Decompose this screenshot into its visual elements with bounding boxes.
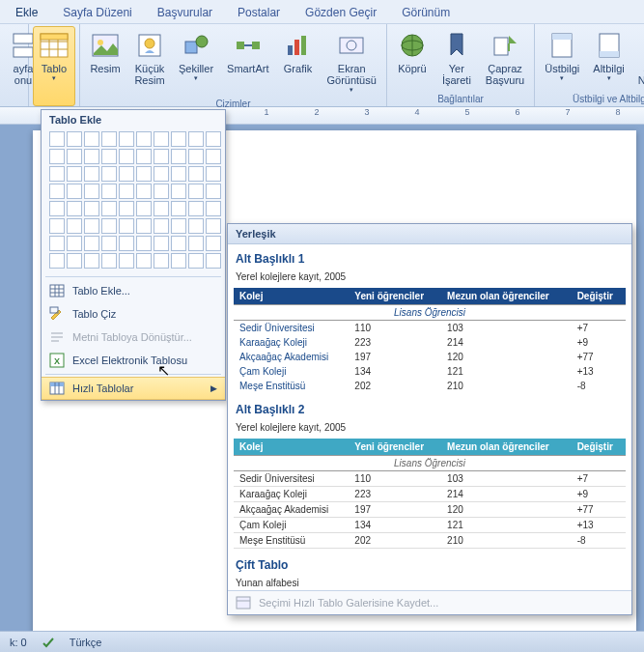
tablo-ciz-item[interactable]: Tablo Çiz: [42, 302, 225, 326]
grid-cell[interactable]: [119, 253, 134, 269]
hizli-tablolar-item[interactable]: Hızlı Tablolar ▶: [42, 377, 225, 400]
ustbilgi-button[interactable]: Üstbilgi▾: [539, 26, 585, 93]
grid-cell[interactable]: [136, 253, 152, 269]
grid-cell[interactable]: [171, 201, 186, 216]
grid-cell[interactable]: [136, 218, 152, 234]
grafik-button[interactable]: Grafik: [276, 26, 319, 98]
grid-cell[interactable]: [119, 201, 134, 216]
grid-cell[interactable]: [206, 149, 221, 164]
tab-basvurular[interactable]: Başvurular: [154, 4, 216, 21]
grid-cell[interactable]: [119, 184, 134, 199]
ekran-goruntusu-button[interactable]: Ekran Görüntüsü▾: [321, 26, 381, 98]
grid-cell[interactable]: [67, 166, 82, 182]
grid-cell[interactable]: [84, 184, 99, 199]
grid-cell[interactable]: [154, 149, 169, 164]
tab-gozden-gecir[interactable]: Gözden Geçir: [301, 4, 380, 21]
kopru-button[interactable]: Köprü: [391, 26, 434, 93]
grid-cell[interactable]: [206, 184, 221, 199]
grid-cell[interactable]: [84, 236, 99, 251]
kucuk-resim-button[interactable]: Küçük Resim: [128, 26, 171, 98]
sayfa-numarasi-button[interactable]: #Sayfa Numara: [632, 26, 644, 93]
grid-cell[interactable]: [171, 218, 186, 234]
preview-table-2[interactable]: KolejYeni öğrencilerMezun olan öğrencile…: [234, 439, 626, 549]
grid-cell[interactable]: [154, 131, 169, 147]
gallery-scroll[interactable]: Alt Başlıklı 1 Yerel kolejlere kayıt, 20…: [228, 244, 631, 590]
grid-cell[interactable]: [136, 149, 152, 164]
tab-gorunum[interactable]: Görünüm: [398, 4, 454, 21]
grid-cell[interactable]: [171, 184, 186, 199]
gallery-item-title[interactable]: Alt Başlıklı 1: [234, 248, 626, 269]
grid-cell[interactable]: [136, 184, 152, 199]
grid-cell[interactable]: [188, 184, 204, 199]
grid-cell[interactable]: [67, 236, 82, 251]
grid-cell[interactable]: [188, 131, 204, 147]
grid-cell[interactable]: [119, 218, 134, 234]
sekiller-button[interactable]: Şekiller▾: [173, 26, 219, 98]
grid-cell[interactable]: [84, 166, 99, 182]
tab-ekle[interactable]: Ekle: [12, 4, 42, 21]
grid-cell[interactable]: [101, 201, 117, 216]
grid-cell[interactable]: [154, 201, 169, 216]
grid-cell[interactable]: [49, 149, 65, 164]
tab-postalar[interactable]: Postalar: [234, 4, 284, 21]
grid-cell[interactable]: [67, 218, 82, 234]
grid-cell[interactable]: [171, 236, 186, 251]
grid-cell[interactable]: [49, 218, 65, 234]
grid-cell[interactable]: [49, 131, 65, 147]
grid-cell[interactable]: [101, 253, 117, 269]
grid-cell[interactable]: [171, 149, 186, 164]
grid-cell[interactable]: [171, 253, 186, 269]
grid-cell[interactable]: [136, 236, 152, 251]
grid-cell[interactable]: [188, 201, 204, 216]
smartart-button[interactable]: SmartArt: [221, 26, 274, 98]
grid-cell[interactable]: [154, 253, 169, 269]
insert-table-grid[interactable]: [42, 129, 225, 274]
grid-cell[interactable]: [188, 218, 204, 234]
grid-cell[interactable]: [206, 218, 221, 234]
gallery-item-title[interactable]: Çift Tablo: [234, 554, 626, 576]
grid-cell[interactable]: [188, 253, 204, 269]
grid-cell[interactable]: [136, 166, 152, 182]
grid-cell[interactable]: [84, 131, 99, 147]
grid-cell[interactable]: [171, 131, 186, 147]
grid-cell[interactable]: [206, 166, 221, 182]
grid-cell[interactable]: [49, 184, 65, 199]
grid-cell[interactable]: [206, 253, 221, 269]
grid-cell[interactable]: [101, 236, 117, 251]
grid-cell[interactable]: [84, 253, 99, 269]
grid-cell[interactable]: [84, 149, 99, 164]
altbilgi-button[interactable]: Altbilgi▾: [587, 26, 630, 93]
capraz-basvuru-button[interactable]: Çapraz Başvuru: [480, 26, 530, 93]
grid-cell[interactable]: [49, 201, 65, 216]
grid-cell[interactable]: [67, 253, 82, 269]
grid-cell[interactable]: [206, 201, 221, 216]
grid-cell[interactable]: [154, 236, 169, 251]
grid-cell[interactable]: [84, 201, 99, 216]
grid-cell[interactable]: [67, 131, 82, 147]
grid-cell[interactable]: [49, 253, 65, 269]
status-language[interactable]: Türkçe: [70, 637, 102, 648]
grid-cell[interactable]: [101, 131, 117, 147]
spellcheck-icon[interactable]: [41, 635, 56, 650]
grid-cell[interactable]: [188, 149, 204, 164]
grid-cell[interactable]: [119, 236, 134, 251]
grid-cell[interactable]: [188, 236, 204, 251]
grid-cell[interactable]: [119, 149, 134, 164]
excel-tablo-item[interactable]: X Excel Elektronik Tablosu: [42, 349, 225, 372]
grid-cell[interactable]: [188, 166, 204, 182]
grid-cell[interactable]: [67, 201, 82, 216]
tab-sayfa-duzeni[interactable]: Sayfa Düzeni: [59, 4, 135, 21]
gallery-item-title[interactable]: Alt Başlıklı 2: [234, 399, 626, 420]
tablo-ekle-item[interactable]: Tablo Ekle...: [42, 279, 225, 302]
resim-button[interactable]: Resim: [84, 26, 126, 98]
tablo-button[interactable]: Tablo ▾: [33, 26, 75, 106]
grid-cell[interactable]: [67, 149, 82, 164]
yer-isareti-button[interactable]: Yer İşareti: [435, 26, 478, 93]
grid-cell[interactable]: [119, 131, 134, 147]
grid-cell[interactable]: [206, 236, 221, 251]
grid-cell[interactable]: [171, 166, 186, 182]
grid-cell[interactable]: [84, 218, 99, 234]
grid-cell[interactable]: [136, 201, 152, 216]
grid-cell[interactable]: [119, 166, 134, 182]
status-pages[interactable]: k: 0: [10, 637, 27, 648]
